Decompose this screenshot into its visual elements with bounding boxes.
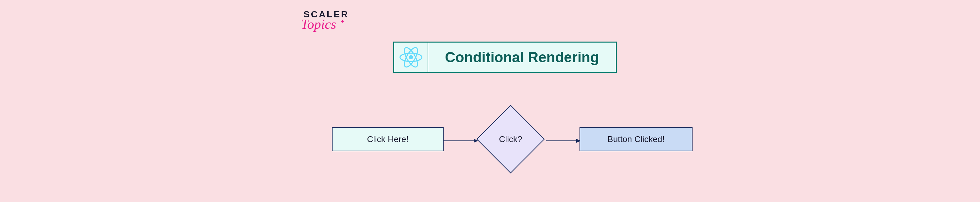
flow-result-box: Button Clicked! [579,127,692,151]
page-title: Conditional Rendering [428,49,616,66]
react-icon-box [394,43,428,72]
flow-decision: Click? [476,105,545,173]
logo-scaler-text: SCALER [304,9,349,20]
flow-result-label: Button Clicked! [608,134,665,144]
logo-dot [341,20,344,22]
flow-start-box: Click Here! [332,127,444,151]
flow-decision-label: Click? [476,105,545,173]
arrow-icon [546,139,581,143]
svg-point-0 [409,55,413,59]
flowchart: Click Here! Click? Button Clicked! [332,105,691,183]
flow-start-label: Click Here! [367,134,408,144]
arrow-icon [444,139,478,143]
react-icon [399,46,422,69]
scaler-topics-logo: SCALER Topics [304,9,349,32]
title-card: Conditional Rendering [393,42,617,73]
